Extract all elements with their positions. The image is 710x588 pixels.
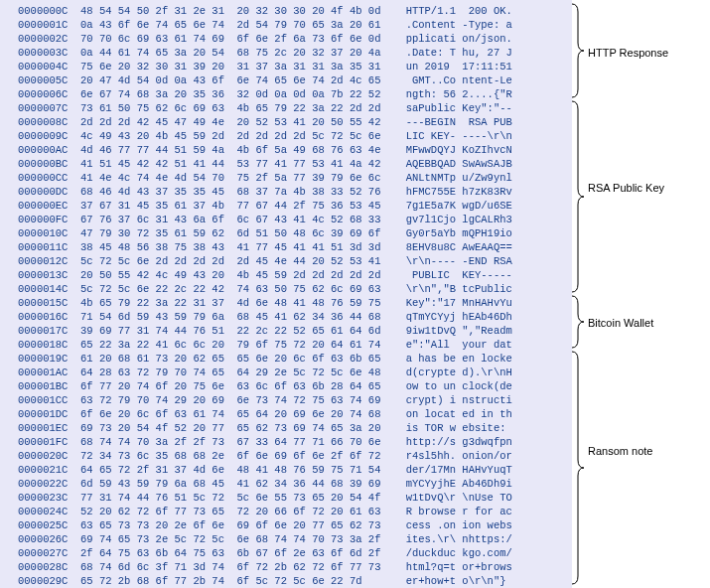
brace-icon: [572, 350, 586, 586]
brace-icon: [572, 99, 586, 294]
annotation-label: RSA Public Key: [588, 181, 664, 195]
annotation-label: Bitcoin Wallet: [588, 316, 653, 330]
annotation-label: Ransom note: [588, 444, 652, 458]
hex-dump-panel: 0000000C 48 54 54 50 2f 31 2e 31 20 32 3…: [0, 0, 572, 588]
brace-icon: [572, 2, 586, 99]
annotation-label: HTTP Response: [588, 46, 668, 60]
annotation-panel: HTTP Response RSA Public Key Bitcoin Wal…: [572, 0, 710, 588]
brace-icon: [572, 294, 586, 350]
